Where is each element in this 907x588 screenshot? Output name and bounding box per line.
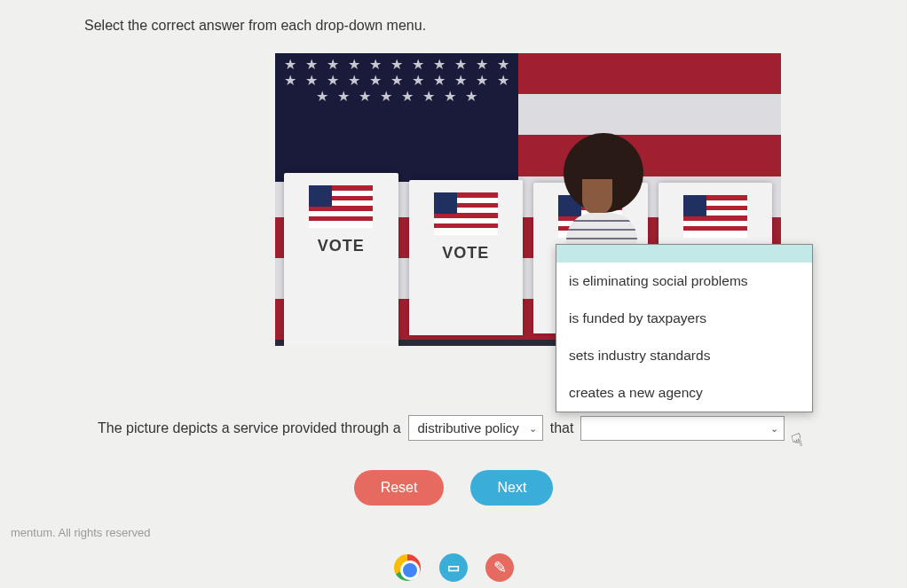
dropdown-option[interactable]: sets industry standards [556,337,812,374]
footer-copyright: mentum. All rights reserved [11,526,151,539]
sentence-part1: The picture depicts a service provided t… [98,420,401,436]
sentence-row: The picture depicts a service provided t… [98,415,854,441]
booth-label: VOTE [442,244,489,263]
instruction-text: Select the correct answer from each drop… [84,18,426,34]
chevron-down-icon: ⌄ [770,422,778,434]
dropdown-selected-blank[interactable] [556,245,812,263]
booth: VOTE [284,173,398,346]
dropdown2-options-popup: is eliminating social problems is funded… [556,244,813,412]
app-icon-red[interactable]: ✎ [485,553,515,583]
chevron-down-icon: ⌄ [529,422,537,434]
booth: VOTE [409,180,524,335]
dropdown-option[interactable]: creates a new agency [556,374,812,412]
next-button[interactable]: Next [470,470,553,506]
flag-icon [683,195,747,238]
sentence-part2: that [550,420,574,436]
dropdown-option[interactable]: is eliminating social problems [556,263,812,300]
dropdown-option[interactable]: is funded by taxpayers [556,300,812,337]
app-icon-blue[interactable]: ▭ [438,553,469,583]
dropdown-policy[interactable]: distributive policy ⌄ [408,415,543,441]
taskbar: ▭ ✎ [0,553,907,583]
dropdown-result[interactable]: ⌄ [580,416,785,441]
flag-icon [434,192,498,235]
button-row: Reset Next [0,470,907,506]
flag-icon [309,185,373,228]
chrome-icon[interactable] [392,553,422,583]
dropdown-policy-value: distributive policy [418,420,519,435]
booth-label: VOTE [318,237,365,255]
flag-canton: ★★★★★★★★ ★★★★★★★ ★★★★★★★★ ★★★★★★★ [275,53,518,182]
reset-button[interactable]: Reset [354,470,445,506]
